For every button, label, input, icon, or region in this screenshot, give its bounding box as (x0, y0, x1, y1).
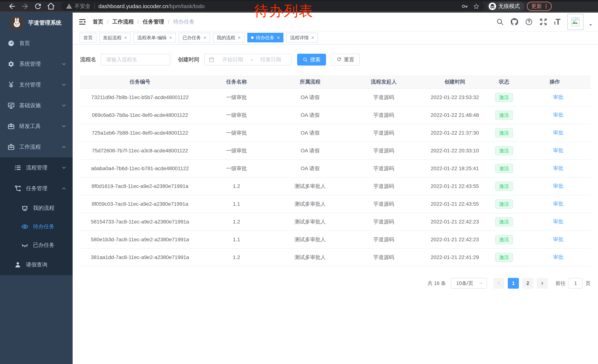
cell-starter: 芋道源码 (347, 231, 420, 249)
status-badge: 激活 (495, 199, 513, 209)
cell-task-id: 58154733-7ac8-11ec-a9e2-a2380e71991a (80, 213, 200, 231)
cell-starter: 芋道源码 (347, 177, 420, 195)
sidebar-item-请假查询[interactable]: 请假查询 (0, 254, 73, 275)
next-page-button[interactable] (537, 278, 548, 289)
col-starter: 流程发起人 (347, 75, 420, 89)
table-header-row: 任务编号 任务名称 所属流程 流程发起人 创建时间 状态 操作 (80, 75, 590, 89)
breadcrumb-task-mgmt[interactable]: 任务管理 (143, 18, 164, 25)
cell-starter: 芋道源码 (347, 89, 420, 106)
approve-link[interactable]: 审批 (546, 147, 564, 154)
sidebar-item-我的流程[interactable]: 我的流程 (0, 199, 73, 217)
tab-待办任务[interactable]: 待办任务 × (247, 33, 283, 42)
browser-reload-button[interactable] (34, 2, 42, 11)
breadcrumb-home[interactable]: 首页 (93, 18, 103, 25)
date-range-picker[interactable]: 开始日期 - 结束日期 (204, 54, 292, 65)
avatar[interactable] (567, 14, 583, 30)
breadcrumb-workflow[interactable]: 工作流程 (112, 18, 134, 25)
sidebar-item-研发工具[interactable]: 研发工具 (0, 116, 73, 137)
goto-page-input[interactable] (569, 278, 583, 289)
address-bar[interactable]: 不安全 dashboard.yudao.iocoder.cn/bpm/task/… (61, 2, 484, 11)
search-icon[interactable] (496, 18, 504, 26)
table-row: 8f059c03-7ac8-11ec-a9e2-a2380e71991a 1.1… (80, 195, 590, 213)
col-created: 创建时间 (420, 75, 489, 89)
cell-task-id: 8f059c03-7ac8-11ec-a9e2-a2380e71991a (80, 195, 200, 213)
security-label[interactable]: 不安全 (75, 3, 91, 10)
sidebar-item-工作流程[interactable]: 工作流程 (0, 137, 73, 157)
browser-forward-button[interactable] (21, 2, 29, 11)
sidebar-item-系统管理[interactable]: 系统管理 (0, 54, 73, 74)
tab-我的流程[interactable]: 我的流程 × (213, 33, 244, 42)
fullscreen-icon[interactable] (540, 18, 547, 26)
status-badge: 激活 (495, 146, 513, 155)
reset-button[interactable]: 重置 (331, 54, 360, 65)
cell-created: 2022-01-21 22:43:55 (420, 195, 489, 213)
prev-page-button[interactable] (493, 278, 505, 289)
question-icon[interactable] (525, 18, 533, 26)
approve-link[interactable]: 审批 (546, 94, 564, 101)
approve-link[interactable]: 审批 (546, 129, 564, 136)
page-button-1[interactable]: 1 (508, 278, 519, 289)
sidebar-item-待办任务[interactable]: 待办任务 (0, 217, 73, 236)
chevron-down-icon (61, 123, 67, 129)
sidebar-item-已办任务[interactable]: 已办任务 (0, 236, 73, 254)
tab-已办任务[interactable]: 已办任务 × (179, 33, 210, 42)
end-date-placeholder[interactable]: 结束日期 (254, 56, 288, 63)
browser-back-button[interactable] (8, 2, 16, 11)
font-size-icon[interactable]: tT (554, 18, 561, 25)
sidebar-fold-icon[interactable] (78, 18, 86, 26)
sidebar-item-支付管理[interactable]: 支付管理 (0, 74, 73, 95)
sidebar-item-label: 基础设施 (19, 102, 41, 109)
url-text[interactable]: dashboard.yudao.iocoder.cn/bpm/task/todo (98, 3, 205, 9)
cell-process: 测试多审批人 (273, 177, 347, 195)
close-icon[interactable]: × (169, 35, 172, 40)
caret-down-icon[interactable] (588, 22, 593, 28)
table-row: 75d72608-7b7f-11ec-a3c8-acde48001122 一级审… (80, 142, 590, 160)
tab-流程表单-编辑[interactable]: 流程表单-编辑 × (133, 33, 176, 42)
approve-link[interactable]: 审批 (546, 218, 564, 225)
chevron-up-icon (61, 186, 67, 191)
magnifier-icon (303, 57, 308, 62)
close-icon[interactable]: × (277, 35, 280, 40)
sidebar-item-首页[interactable]: 首页 (0, 33, 73, 54)
goto-label: 前往 (556, 280, 565, 287)
approve-link[interactable]: 审批 (546, 165, 564, 172)
cell-process: OA 请假 (273, 124, 347, 142)
approve-link[interactable]: 审批 (546, 112, 564, 119)
more-vertical-icon[interactable] (543, 4, 549, 9)
gear-icon (8, 60, 15, 68)
approve-link[interactable]: 审批 (546, 200, 564, 207)
page-button-2[interactable]: 2 (522, 278, 533, 289)
sidebar-item-label: 待办任务 (33, 223, 54, 230)
sidebar-item-label: 研发工具 (19, 122, 41, 130)
star-icon[interactable] (473, 3, 479, 9)
tab-发起流程[interactable]: 发起流程 × (99, 33, 131, 42)
close-icon[interactable]: × (204, 35, 206, 40)
page-size-select[interactable]: 10条/页 (451, 278, 487, 289)
search-button[interactable]: 搜索 (297, 54, 326, 65)
key-icon[interactable] (462, 3, 468, 9)
close-icon[interactable]: × (124, 35, 127, 40)
start-date-placeholder[interactable]: 开始日期 (216, 56, 249, 63)
chevron-left-icon (497, 281, 501, 286)
tab-label: 流程表单-编辑 (137, 35, 166, 41)
app-logo[interactable]: 芋道管理系统 (0, 13, 73, 33)
process-name-input[interactable] (101, 54, 170, 65)
approve-link[interactable]: 审批 (546, 254, 564, 261)
github-icon[interactable] (511, 18, 518, 26)
top-navbar: 首页 / 工作流程 / 任务管理 / 待办任务 tT (73, 13, 598, 31)
update-button[interactable]: 更新 (527, 2, 552, 11)
sidebar-item-基础设施[interactable]: 基础设施 (0, 95, 73, 116)
approve-link[interactable]: 审批 (546, 236, 564, 243)
sidebar-item-流程管理[interactable]: 流程管理 (0, 157, 73, 178)
tab-流程详情[interactable]: 流程详情 × (286, 33, 318, 42)
browser-home-button[interactable] (47, 2, 55, 11)
close-icon[interactable]: × (311, 35, 314, 40)
close-icon[interactable]: × (238, 35, 241, 40)
col-task-name: 任务名称 (200, 75, 273, 89)
cell-created: 2022-01-21 22:43:55 (420, 177, 489, 195)
tab-首页[interactable]: 首页 (80, 33, 96, 42)
cell-task-name: 1.2 (200, 249, 273, 266)
browser-toolbar: 不安全 dashboard.yudao.iocoder.cn/bpm/task/… (0, 0, 598, 13)
sidebar-item-任务管理[interactable]: 任务管理 (0, 178, 73, 199)
approve-link[interactable]: 审批 (546, 183, 564, 190)
